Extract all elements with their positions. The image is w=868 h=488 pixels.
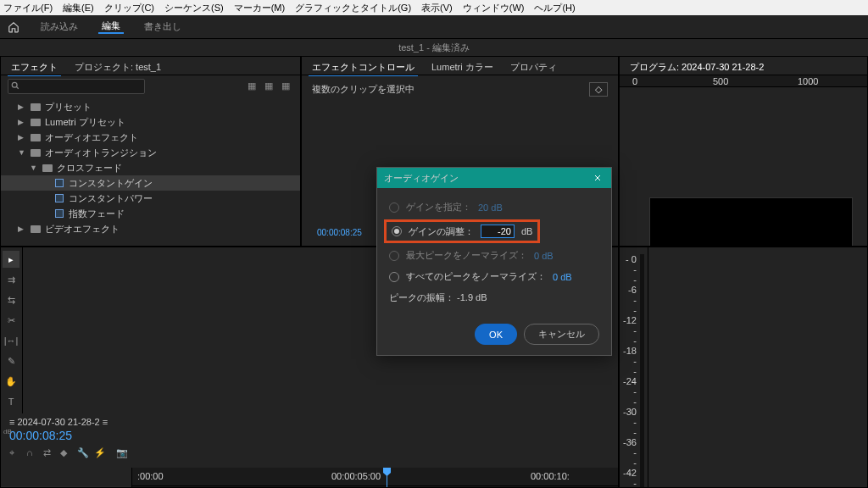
magnet-icon[interactable]: ∩ xyxy=(26,447,40,461)
program-monitor: プログラム: 2024-07-30 21-28-2 0 500 1000 xyxy=(619,56,868,247)
timeline-tracks[interactable]: :00:00 00:00:05:00 00:00:10: xyxy=(132,468,618,488)
right-bottom-panel: - 0 -- -6 -- -12 -- -18 -- -24 -- -30 --… xyxy=(619,247,868,488)
unit-adjust-gain: dB xyxy=(521,226,532,236)
tree-item[interactable]: コンスタントゲイン xyxy=(1,175,300,191)
multi-clip-message: 複数のクリップを選択中 xyxy=(312,83,415,96)
tab-effects[interactable]: エフェクト xyxy=(8,59,61,76)
workspace-nav: 読み込み 編集 書き出し xyxy=(0,15,868,39)
menu-edit[interactable]: 編集(E) xyxy=(63,2,94,14)
label-normalize-all: すべてのピークをノーマライズ： xyxy=(406,270,546,283)
close-icon[interactable] xyxy=(591,171,604,185)
razor-tool[interactable]: ✂ xyxy=(3,312,19,329)
tree-item[interactable]: ▶プリセット xyxy=(1,99,300,114)
program-video-frame xyxy=(649,197,853,247)
menu-window[interactable]: ウィンドウ(W) xyxy=(463,2,525,14)
label-normalize-max: 最大ピークをノーマライズ： xyxy=(406,249,527,262)
nav-export[interactable]: 書き出し xyxy=(141,20,185,33)
menu-view[interactable]: 表示(V) xyxy=(421,2,453,14)
timeline-ruler[interactable]: :00:00 00:00:05:00 00:00:10: xyxy=(132,468,618,486)
nav-edit[interactable]: 編集 xyxy=(98,19,124,34)
tree-item[interactable]: ▼オーディオトランジション xyxy=(1,145,300,160)
input-adjust-gain[interactable] xyxy=(481,225,515,238)
radio-adjust-gain[interactable] xyxy=(392,226,402,236)
ec-timecode[interactable]: 00:00:08:25 xyxy=(309,223,370,242)
value-set-gain[interactable]: 20 dB xyxy=(478,202,508,213)
tab-properties[interactable]: プロパティ xyxy=(507,59,560,75)
menu-file[interactable]: ファイル(F) xyxy=(3,2,53,14)
menu-graphics[interactable]: グラフィックとタイトル(G) xyxy=(295,2,411,14)
menu-marker[interactable]: マーカー(M) xyxy=(234,2,286,14)
slip-tool[interactable]: |↔| xyxy=(3,332,19,349)
program-ruler[interactable]: 0 500 1000 xyxy=(620,75,867,87)
wrench-icon[interactable]: 🔧 xyxy=(77,447,91,461)
effects-search[interactable] xyxy=(8,79,145,94)
nav-import[interactable]: 読み込み xyxy=(37,20,81,33)
marker-icon[interactable]: ◆ xyxy=(60,447,74,461)
preset-icon[interactable]: ▦ xyxy=(248,80,259,92)
highlight-adjust-gain: ゲインの調整： dB xyxy=(384,219,540,243)
timeline-timecode[interactable]: 00:00:08:25 xyxy=(9,427,609,444)
ripple-tool[interactable]: ⇆ xyxy=(3,291,19,308)
type-tool[interactable]: T xyxy=(3,393,19,410)
tree-item[interactable]: ▶オーディオエフェクト xyxy=(1,130,300,145)
os-menubar: ファイル(F) 編集(E) クリップ(C) シーケンス(S) マーカー(M) グ… xyxy=(0,0,868,15)
preset-icon-2[interactable]: ▦ xyxy=(264,80,276,92)
audio-gain-dialog: オーディオゲイン ゲインを指定： 20 dB ゲインの調整： dB 最大ピークを… xyxy=(376,167,612,356)
ok-button[interactable]: OK xyxy=(475,324,517,345)
cancel-button[interactable]: キャンセル xyxy=(524,324,599,345)
audio-meter: - 0 -- -6 -- -12 -- -18 -- -24 -- -30 --… xyxy=(620,247,648,488)
value-normalize-all[interactable]: 0 dB xyxy=(553,272,582,282)
document-title: test_1 - 編集済み xyxy=(0,39,868,56)
track-select-tool[interactable]: ⇉ xyxy=(3,271,19,288)
playhead[interactable] xyxy=(387,468,387,488)
tree-item[interactable]: ▼クロスフェード xyxy=(1,160,300,175)
effects-panel: エフェクト プロジェクト: test_1 ▦ ▦ ▦ ▶プリセット▶Lumetr… xyxy=(0,56,301,247)
home-icon[interactable] xyxy=(7,20,20,34)
tab-effect-controls[interactable]: エフェクトコントロール xyxy=(309,59,418,76)
radio-normalize-all[interactable] xyxy=(389,272,399,282)
svg-point-0 xyxy=(12,82,17,87)
menu-clip[interactable]: クリップ(C) xyxy=(104,2,154,14)
camera-icon[interactable]: 📷 xyxy=(116,447,130,461)
preset-icon-3[interactable]: ▦ xyxy=(281,80,293,92)
radio-set-gain[interactable] xyxy=(389,202,399,213)
tab-program[interactable]: プログラム: 2024-07-30 21-28-2 xyxy=(626,59,767,76)
settings-icon[interactable]: ⚡ xyxy=(94,447,108,461)
tree-item[interactable]: ▶Lumetri プリセット xyxy=(1,114,300,130)
label-set-gain: ゲインを指定： xyxy=(406,201,471,214)
pen-tool[interactable]: ✎ xyxy=(3,352,19,369)
tree-item[interactable]: ▶ビデオエフェクト xyxy=(1,221,300,236)
keyframe-icon[interactable]: ◇ xyxy=(589,82,608,97)
value-normalize-max[interactable]: 0 dB xyxy=(534,251,564,261)
peak-amplitude: ピークの振幅： -1.9 dB xyxy=(389,291,487,304)
sequence-name[interactable]: ≡ 2024-07-30 21-28-2 ≡ xyxy=(9,417,609,427)
link-icon[interactable]: ⇄ xyxy=(43,447,57,461)
snap-icon[interactable]: ⌖ xyxy=(9,447,23,461)
tab-project[interactable]: プロジェクト: test_1 xyxy=(71,59,164,75)
dialog-title: オーディオゲイン xyxy=(384,172,459,185)
tree-item[interactable]: コンスタントパワー xyxy=(1,191,300,206)
effects-tree: ▶プリセット▶Lumetri プリセット▶オーディオエフェクト▼オーディオトラン… xyxy=(1,97,300,246)
hand-tool[interactable]: ✋ xyxy=(3,373,19,390)
menu-help[interactable]: ヘルプ(H) xyxy=(534,2,575,14)
tab-lumetri[interactable]: Lumetri カラー xyxy=(428,59,497,75)
menu-sequence[interactable]: シーケンス(S) xyxy=(164,2,224,14)
tree-item[interactable]: 指数フェード xyxy=(1,206,300,221)
search-icon xyxy=(11,81,19,92)
label-adjust-gain: ゲインの調整： xyxy=(409,225,474,238)
selection-tool[interactable]: ▸ xyxy=(3,251,19,268)
meter-channel-l xyxy=(640,254,644,488)
timeline-toolbar: ▸ ⇉ ⇆ ✂ |↔| ✎ ✋ T xyxy=(1,247,23,413)
radio-normalize-max[interactable] xyxy=(389,251,399,261)
